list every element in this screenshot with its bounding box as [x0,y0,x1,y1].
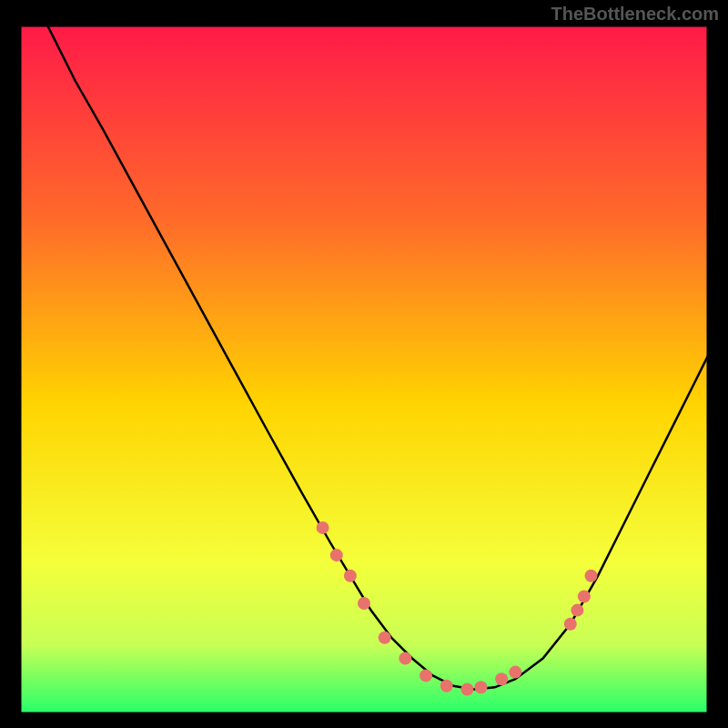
chart-svg [20,25,708,713]
scatter-point [571,604,583,617]
scatter-point [564,618,577,631]
scatter-point [344,570,357,582]
scatter-point [358,597,370,610]
scatter-point [330,549,343,561]
scatter-point [440,680,453,693]
scatter-point [379,632,391,644]
scatter-point [578,591,591,603]
chart-container: TheBottleneck.com [0,0,728,728]
gradient-background [20,25,708,713]
scatter-point [509,666,521,679]
scatter-point [317,521,329,534]
scatter-point [475,681,488,693]
scatter-point [420,669,432,682]
scatter-point [399,652,411,665]
scatter-point [585,570,598,582]
watermark-text: TheBottleneck.com [551,4,719,25]
plot-frame [20,25,708,713]
scatter-point [495,672,508,685]
scatter-point [460,683,473,696]
